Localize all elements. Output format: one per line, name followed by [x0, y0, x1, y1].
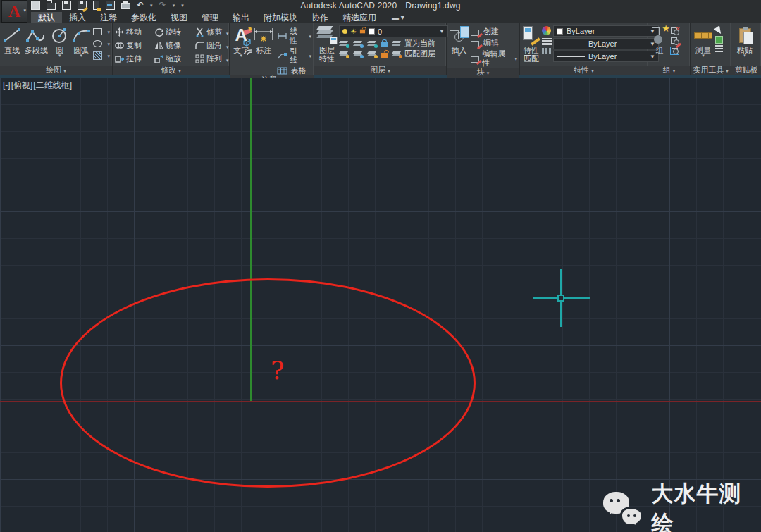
layer-lock-icon[interactable] — [381, 42, 388, 47]
panel-clipboard: 粘贴 剪贴板 — [731, 23, 761, 75]
text-dropdown-icon[interactable] — [240, 54, 242, 57]
edit-block-button[interactable]: 编辑 — [471, 38, 517, 47]
linetype-dropdown[interactable]: ByLayer ▼ — [553, 51, 659, 62]
tab-insert[interactable]: 插入 — [62, 12, 93, 23]
create-block-button[interactable]: 创建 — [471, 27, 517, 36]
paste-dropdown-icon[interactable] — [743, 54, 746, 57]
rectangle-button[interactable] — [93, 27, 110, 37]
group-edit-icon[interactable] — [670, 37, 679, 45]
viewport-visual-style-control[interactable]: [二维线框] — [33, 80, 72, 90]
match-layer-icon — [392, 51, 402, 58]
paste-button[interactable]: 粘贴 — [734, 25, 756, 66]
layer-unisolate-icon[interactable] — [353, 51, 363, 58]
panel-utilities: 测量 实用工具 — [691, 23, 731, 75]
layer-off-icon[interactable] — [339, 40, 349, 47]
scale-button[interactable]: 缩放 — [154, 54, 195, 64]
table-button[interactable]: 表格 — [277, 66, 311, 75]
layer-freeze-icon[interactable] — [367, 40, 377, 47]
copy-icon — [115, 41, 124, 50]
set-current-layer-button[interactable]: 置为当前 — [392, 39, 435, 48]
text-icon: A — [235, 25, 247, 46]
group-button[interactable]: ★ 组 — [650, 25, 669, 66]
trim-icon — [195, 27, 204, 37]
panel-label-clipboard[interactable]: 剪贴板 — [731, 66, 761, 75]
lineweight-icon[interactable] — [542, 38, 552, 45]
edit-attributes-button[interactable]: 编辑属性 — [471, 49, 517, 68]
tab-home[interactable]: 默认 — [31, 12, 62, 23]
quick-calc-icon[interactable] — [715, 45, 723, 54]
ellipse-button[interactable] — [93, 39, 110, 49]
viewport-minimize-control[interactable]: [-] — [3, 80, 11, 90]
group-selection-toggle-icon[interactable] — [670, 47, 679, 55]
tab-addins[interactable]: 附加模块 — [256, 12, 304, 23]
panel-label-block[interactable]: 块 — [447, 68, 519, 78]
arc-button[interactable]: 圆弧 — [70, 25, 92, 66]
red-ellipse-entity[interactable] — [60, 278, 476, 488]
lineweight-dropdown[interactable]: ByLayer ▼ — [553, 38, 659, 49]
panel-properties: 特性匹配 ByLayer ▼ ByLayer ▼ — [520, 23, 648, 75]
mirror-button[interactable]: 镜像 — [154, 40, 195, 51]
circle-dropdown-icon[interactable] — [58, 54, 61, 57]
panel-label-modify[interactable]: 修改 — [113, 66, 229, 75]
measure-button[interactable]: 测量 — [693, 25, 714, 66]
move-button[interactable]: 移动 — [115, 27, 154, 37]
select-cursor-icon[interactable] — [714, 25, 724, 36]
polyline-button[interactable]: 多段线 — [24, 25, 49, 66]
tab-featured-apps[interactable]: 精选应用 — [335, 12, 383, 23]
layer-dropdown-arrow-icon: ▼ — [439, 28, 445, 35]
line-button[interactable]: 直线 — [2, 25, 23, 66]
text-button[interactable]: A 文字 — [232, 25, 250, 75]
viewport-view-control[interactable]: [俯视] — [11, 80, 33, 90]
stretch-button[interactable]: 拉伸 — [115, 54, 154, 64]
panel-label-draw[interactable]: 绘图 — [0, 66, 112, 75]
app-title: Autodesk AutoCAD 2020 — [300, 1, 397, 11]
layer-isolate-icon[interactable] — [353, 40, 363, 47]
hatch-button[interactable] — [93, 51, 110, 61]
insert-dropdown-icon[interactable] — [458, 54, 461, 57]
match-layer-button[interactable]: 匹配图层 — [392, 49, 435, 58]
panel-draw: 直线 多段线 圆 圆弧 — [0, 23, 113, 75]
tab-collaborate[interactable]: 协作 — [304, 12, 335, 23]
linear-icon — [277, 32, 287, 39]
color-wheel-icon[interactable] — [542, 26, 551, 35]
fillet-icon — [195, 41, 204, 50]
tab-annotate[interactable]: 注释 — [93, 12, 124, 23]
layer-select-dropdown[interactable]: ☀ 0 ▼ — [339, 25, 448, 37]
panel-label-layers[interactable]: 图层 — [314, 66, 446, 75]
watermark: 大水牛测绘 — [603, 479, 761, 532]
tab-output[interactable]: 输出 — [225, 12, 256, 23]
ribbon-display-toggle-icon[interactable]: ▬ ▾ — [392, 12, 404, 23]
circle-button[interactable]: 圆 — [50, 25, 69, 66]
layer-properties-button[interactable]: 图层特性 — [316, 25, 338, 66]
app-logo-button[interactable]: A▾ — [1, 0, 27, 23]
ungroup-icon[interactable]: ✕ — [670, 27, 679, 35]
panel-label-utilities[interactable]: 实用工具 — [691, 66, 731, 75]
arc-icon — [71, 25, 91, 46]
panel-label-groups[interactable]: 组 — [648, 66, 690, 75]
edit-attributes-icon — [471, 55, 479, 62]
quick-select-icon[interactable] — [715, 36, 723, 44]
layer-unlock-all-icon[interactable] — [381, 53, 388, 58]
tab-parametric[interactable]: 参数化 — [124, 12, 163, 23]
linetype-icon[interactable] — [542, 48, 552, 54]
object-color-dropdown[interactable]: ByLayer ▼ — [553, 25, 659, 37]
linear-dimension-button[interactable]: 线性 — [277, 27, 311, 45]
layer-thaw-all-icon[interactable] — [367, 51, 377, 58]
tab-view[interactable]: 视图 — [163, 12, 194, 23]
arc-dropdown-icon[interactable] — [80, 54, 83, 57]
leader-button[interactable]: 引线 — [277, 47, 311, 65]
dimension-icon — [252, 25, 275, 46]
question-mark-annotation: ? — [271, 357, 284, 385]
ribbon-tab-bar: A▾ 默认 插入 注释 参数化 视图 管理 输出 附加模块 协作 精选应用 ▬ … — [0, 12, 761, 23]
tab-manage[interactable]: 管理 — [194, 12, 225, 23]
measure-dropdown-icon[interactable] — [702, 54, 705, 57]
dimension-button[interactable]: 标注 — [252, 25, 276, 75]
insert-block-button[interactable]: 插入 — [449, 25, 469, 68]
rotate-button[interactable]: 旋转 — [154, 27, 195, 37]
layer-on-all-icon[interactable] — [339, 51, 349, 58]
linetype-sample — [557, 56, 585, 57]
match-properties-button[interactable]: 特性匹配 — [522, 25, 540, 66]
panel-label-properties[interactable]: 特性 — [520, 66, 648, 75]
drawing-canvas[interactable]: [-][俯视][二维线框] ? 大水牛测绘 — [0, 78, 761, 532]
copy-button[interactable]: 复制 — [115, 40, 154, 51]
